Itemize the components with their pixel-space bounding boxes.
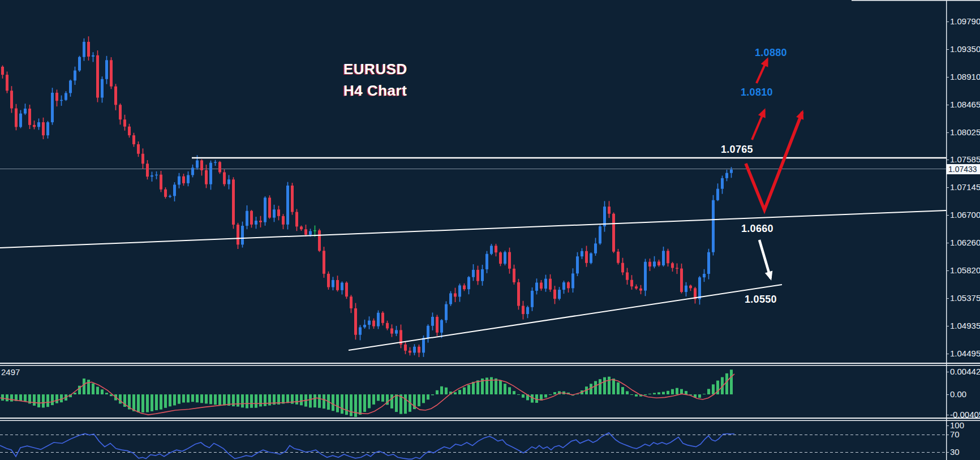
panel-separator[interactable] bbox=[0, 363, 980, 364]
candle bbox=[671, 263, 674, 268]
macd-bar bbox=[55, 394, 58, 403]
candle bbox=[576, 256, 579, 273]
macd-bar bbox=[169, 394, 171, 406]
lower-trendline[interactable] bbox=[349, 285, 782, 350]
macd-bar bbox=[472, 382, 475, 394]
candle bbox=[716, 189, 719, 200]
axis-separator[interactable] bbox=[946, 0, 947, 460]
macd-bar bbox=[105, 393, 108, 394]
candle bbox=[594, 243, 597, 253]
bullish-arrow bbox=[752, 110, 764, 140]
price-axis-label: 1.05375 bbox=[950, 294, 980, 303]
candle bbox=[721, 178, 724, 189]
macd-bar bbox=[671, 389, 674, 394]
panel-separator[interactable] bbox=[0, 365, 980, 366]
macd-bar bbox=[160, 394, 162, 410]
candle bbox=[209, 163, 212, 184]
candle bbox=[350, 296, 353, 308]
macd-bar bbox=[517, 394, 520, 395]
candle bbox=[467, 277, 470, 289]
chart-title: EURUSD H4 Chart bbox=[343, 58, 407, 101]
macd-bar bbox=[431, 394, 434, 395]
macd-bar bbox=[37, 394, 40, 407]
candle bbox=[105, 60, 108, 79]
candle bbox=[535, 283, 538, 291]
candle bbox=[309, 231, 312, 234]
candle bbox=[558, 290, 561, 299]
price-target-label: 1.0810 bbox=[741, 87, 773, 98]
macd-bar bbox=[653, 393, 656, 394]
rsi-line[interactable] bbox=[0, 433, 734, 459]
macd-bar bbox=[323, 394, 325, 409]
price-target-label: 1.0880 bbox=[755, 47, 787, 59]
macd-bar bbox=[603, 377, 606, 394]
candle bbox=[630, 280, 633, 287]
macd-bar bbox=[74, 393, 76, 394]
macd-bar bbox=[476, 380, 479, 394]
macd-bar bbox=[300, 394, 303, 405]
macd-bar bbox=[187, 394, 190, 402]
window-top-border bbox=[852, 0, 980, 1]
macd-bar bbox=[612, 379, 615, 394]
candle bbox=[155, 175, 158, 175]
macd-bar bbox=[119, 394, 122, 403]
macd-bar bbox=[205, 394, 208, 403]
macd-bar bbox=[191, 394, 194, 402]
candle bbox=[46, 122, 49, 135]
candle bbox=[51, 93, 54, 122]
candle bbox=[295, 212, 298, 227]
candle bbox=[169, 196, 171, 197]
price-axis-label: 1.06260 bbox=[950, 238, 980, 247]
macd-bar bbox=[318, 394, 321, 408]
candle bbox=[137, 144, 140, 154]
macd-bar bbox=[209, 394, 212, 404]
candle bbox=[37, 122, 40, 127]
macd-bar bbox=[467, 385, 470, 394]
candle bbox=[725, 173, 728, 178]
chart-title-symbol: EURUSD bbox=[343, 58, 407, 80]
macd-bar bbox=[341, 394, 343, 414]
panel-separator[interactable] bbox=[0, 420, 980, 422]
macd-bar bbox=[440, 386, 443, 394]
macd-bar bbox=[418, 394, 420, 406]
macd-bar bbox=[33, 394, 36, 406]
price-chart-canvas[interactable] bbox=[0, 0, 980, 460]
macd-bar bbox=[313, 394, 316, 407]
candle bbox=[205, 170, 208, 184]
macd-bar bbox=[404, 394, 407, 414]
macd-bar bbox=[232, 394, 235, 406]
candle bbox=[119, 105, 122, 119]
candle bbox=[463, 285, 466, 289]
candle bbox=[440, 320, 443, 333]
panel-separator[interactable] bbox=[0, 418, 980, 419]
macd-bar bbox=[246, 394, 248, 409]
candle bbox=[472, 270, 475, 277]
macd-bar bbox=[42, 394, 45, 407]
macd-bar bbox=[372, 394, 375, 405]
candle bbox=[540, 283, 543, 289]
macd-bar bbox=[544, 394, 547, 398]
candle bbox=[87, 42, 90, 57]
candle bbox=[128, 127, 131, 135]
candle bbox=[96, 55, 99, 98]
macd-bar bbox=[196, 394, 199, 402]
macd-bar bbox=[87, 380, 90, 394]
candle bbox=[255, 221, 257, 225]
macd-bar bbox=[286, 394, 289, 403]
candle bbox=[617, 252, 620, 263]
candle bbox=[481, 269, 484, 281]
mid-trendline[interactable] bbox=[0, 210, 946, 248]
candle bbox=[286, 186, 289, 225]
candle bbox=[517, 282, 520, 306]
candle bbox=[667, 251, 669, 263]
drawn-objects[interactable] bbox=[0, 158, 946, 350]
candle bbox=[196, 160, 199, 167]
candle bbox=[562, 282, 565, 290]
macd-bar bbox=[336, 394, 339, 412]
candle bbox=[508, 252, 511, 269]
candle bbox=[427, 326, 429, 338]
key-level-label: 1.0660 bbox=[741, 223, 773, 235]
price-axis-label: 1.08465 bbox=[950, 100, 980, 109]
candle bbox=[182, 177, 185, 183]
candle bbox=[83, 42, 85, 57]
